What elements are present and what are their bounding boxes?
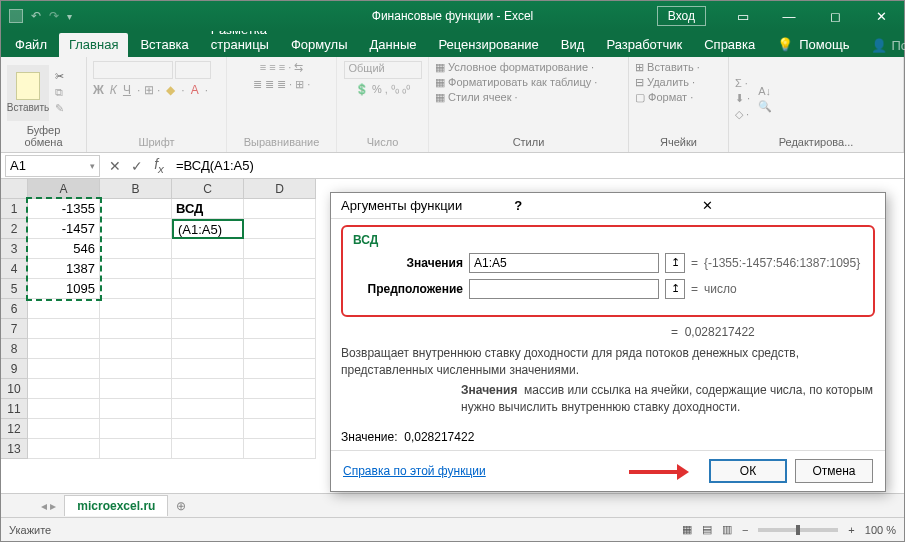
view-break-icon[interactable]: ▥	[722, 523, 732, 536]
arg1-preview: {-1355:-1457:546:1387:1095}	[704, 256, 860, 270]
ribbon-options-icon[interactable]: ▭	[720, 1, 766, 31]
group-font: Шрифт	[93, 136, 220, 150]
qat-more-icon[interactable]: ▾	[67, 11, 72, 22]
row-header[interactable]: 7	[1, 319, 28, 339]
signin-button[interactable]: Вход	[657, 6, 706, 26]
cell[interactable]	[244, 239, 316, 259]
paste-button[interactable]: Вставить	[7, 65, 49, 121]
col-header[interactable]: A	[28, 179, 100, 199]
cell[interactable]	[100, 259, 172, 279]
cell[interactable]: 1387	[28, 259, 100, 279]
cell[interactable]	[244, 279, 316, 299]
view-normal-icon[interactable]: ▦	[682, 523, 692, 536]
undo-icon[interactable]: ↶	[31, 9, 41, 23]
tab-data[interactable]: Данные	[360, 33, 427, 57]
row-header[interactable]: 11	[1, 399, 28, 419]
accept-formula-icon[interactable]: ✓	[126, 155, 148, 177]
row-header[interactable]: 5	[1, 279, 28, 299]
cell[interactable]	[100, 199, 172, 219]
cancel-formula-icon[interactable]: ✕	[104, 155, 126, 177]
row-header[interactable]: 9	[1, 359, 28, 379]
cell[interactable]	[244, 259, 316, 279]
cell[interactable]	[244, 199, 316, 219]
tab-insert[interactable]: Вставка	[130, 33, 198, 57]
cell[interactable]: -1457	[28, 219, 100, 239]
function-arguments-dialog: Аргументы функции ? ✕ ВСД Значения ↥ = {…	[330, 192, 886, 492]
arg1-input[interactable]	[469, 253, 659, 273]
minimize-icon[interactable]: —	[766, 1, 812, 31]
sort-icon[interactable]: A↓	[758, 85, 772, 97]
arg2-range-picker-icon[interactable]: ↥	[665, 279, 685, 299]
close-icon[interactable]: ✕	[858, 1, 904, 31]
group-clipboard: Буфер обмена	[7, 124, 80, 150]
zoom-level[interactable]: 100 %	[865, 524, 896, 536]
zoom-in-icon[interactable]: +	[848, 524, 854, 536]
formula-input[interactable]	[170, 155, 904, 177]
conditional-formatting[interactable]: ▦ Условное форматирование ·	[435, 61, 594, 74]
tab-help[interactable]: Справка	[694, 33, 765, 57]
row-header[interactable]: 8	[1, 339, 28, 359]
dialog-close-icon[interactable]: ✕	[702, 198, 875, 213]
tab-assist[interactable]: 💡Помощь	[767, 33, 859, 57]
format-as-table[interactable]: ▦ Форматировать как таблицу ·	[435, 76, 597, 89]
cell[interactable]	[100, 219, 172, 239]
format-painter-icon[interactable]: ✎	[55, 102, 64, 115]
cell[interactable]: 1095	[28, 279, 100, 299]
save-icon[interactable]	[9, 9, 23, 23]
cut-icon[interactable]: ✂	[55, 70, 64, 83]
tab-view[interactable]: Вид	[551, 33, 595, 57]
maximize-icon[interactable]: ◻	[812, 1, 858, 31]
sheet-tab[interactable]: microexcel.ru	[64, 495, 168, 516]
argument-description: массив или ссылка на ячейки, содержащие …	[461, 383, 873, 414]
select-all-corner[interactable]	[1, 179, 28, 199]
view-layout-icon[interactable]: ▤	[702, 523, 712, 536]
function-help-link[interactable]: Справка по этой функции	[343, 464, 486, 478]
col-header[interactable]: D	[244, 179, 316, 199]
row-header[interactable]: 13	[1, 439, 28, 459]
cells-insert[interactable]: ⊞ Вставить ·	[635, 61, 700, 74]
copy-icon[interactable]: ⧉	[55, 86, 64, 99]
col-header[interactable]: B	[100, 179, 172, 199]
cell[interactable]	[100, 239, 172, 259]
share-button[interactable]: 👤Поделиться	[861, 34, 905, 57]
zoom-slider[interactable]	[758, 528, 838, 532]
cancel-button[interactable]: Отмена	[795, 459, 873, 483]
name-box[interactable]: A1▾	[5, 155, 100, 177]
cell[interactable]	[100, 279, 172, 299]
zoom-out-icon[interactable]: −	[742, 524, 748, 536]
cell[interactable]	[172, 279, 244, 299]
cell[interactable]	[172, 239, 244, 259]
tab-review[interactable]: Рецензирование	[428, 33, 548, 57]
row-header[interactable]: 4	[1, 259, 28, 279]
row-header[interactable]: 10	[1, 379, 28, 399]
dialog-help-icon[interactable]: ?	[514, 198, 687, 213]
sheet-tabs: ◂ ▸ microexcel.ru ⊕	[1, 493, 904, 517]
ok-button[interactable]: ОК	[709, 459, 787, 483]
cell[interactable]: 546	[28, 239, 100, 259]
group-number: Число	[343, 136, 422, 150]
cells-format[interactable]: ▢ Формат ·	[635, 91, 693, 104]
cell[interactable]	[244, 219, 316, 239]
cell-styles[interactable]: ▦ Стили ячеек ·	[435, 91, 518, 104]
arg1-range-picker-icon[interactable]: ↥	[665, 253, 685, 273]
tab-file[interactable]: Файл	[5, 33, 57, 57]
row-header[interactable]: 1	[1, 199, 28, 219]
cells-delete[interactable]: ⊟ Удалить ·	[635, 76, 695, 89]
tab-developer[interactable]: Разработчик	[596, 33, 692, 57]
row-header[interactable]: 2	[1, 219, 28, 239]
cell[interactable]: -1355	[28, 199, 100, 219]
cell[interactable]: ВСД	[172, 199, 244, 219]
arg2-input[interactable]	[469, 279, 659, 299]
row-header[interactable]: 3	[1, 239, 28, 259]
active-cell[interactable]: (A1:A5)	[172, 219, 244, 239]
tab-formulas[interactable]: Формулы	[281, 33, 358, 57]
add-sheet-icon[interactable]: ⊕	[176, 499, 186, 513]
row-header[interactable]: 6	[1, 299, 28, 319]
cell[interactable]	[172, 259, 244, 279]
tab-home[interactable]: Главная	[59, 33, 128, 57]
col-header[interactable]: C	[172, 179, 244, 199]
redo-icon[interactable]: ↷	[49, 9, 59, 23]
find-icon[interactable]: 🔍	[758, 100, 772, 113]
row-header[interactable]: 12	[1, 419, 28, 439]
fx-icon[interactable]: fx	[148, 155, 170, 177]
